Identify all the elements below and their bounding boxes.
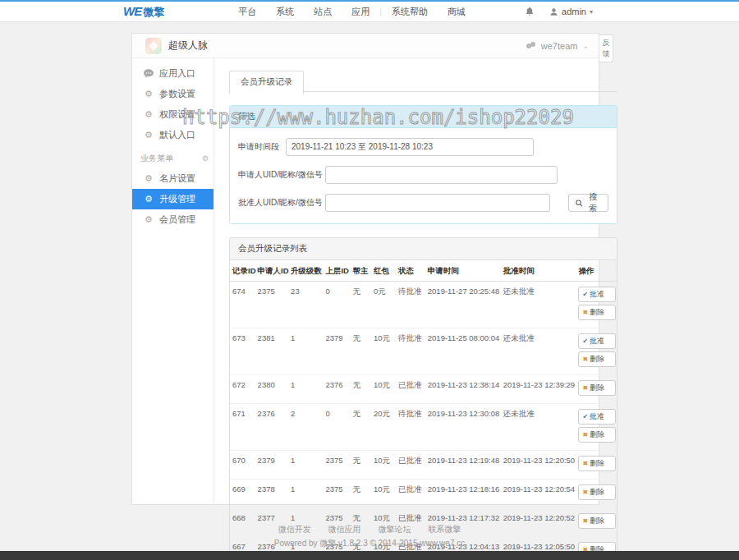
records-panel: 会员升级记录列表 记录ID 申请人ID 升级级数 上层ID 帮主 <box>229 237 617 560</box>
col-applicant-id: 申请人ID <box>255 260 289 282</box>
table-row: 6742375230无0元待批准2019-11-27 20:25:48还未批准✔… <box>230 282 617 328</box>
col-apply-time: 申请时间 <box>425 260 501 282</box>
team-icon <box>526 42 536 49</box>
nav-item-app[interactable]: 应用 <box>342 6 379 18</box>
user-menu[interactable]: admin ▾ <box>549 7 593 16</box>
feedback-tab[interactable]: 反 馈 <box>599 34 613 62</box>
footer-links: 微信开发 微信应用 微擎论坛 联系微擎 <box>0 524 739 535</box>
section-gear-icon[interactable]: ⚙ <box>202 154 209 163</box>
caret-down-icon: ▾ <box>590 8 593 16</box>
module-title: 超级人脉 <box>168 39 208 53</box>
sidebar-item-permissions[interactable]: ⚙ 权限设置 <box>132 104 213 125</box>
approver-input[interactable] <box>325 194 550 212</box>
approve-button[interactable]: ✔批准 <box>578 287 616 302</box>
sidebar-item-label: 参数设置 <box>159 88 195 100</box>
nav-item-system[interactable]: 系统 <box>266 6 304 18</box>
records-tbody: 6742375230无0元待批准2019-11-27 20:25:48还未批准✔… <box>230 282 617 560</box>
sidebar-item-card-settings[interactable]: ⚙ 名片设置 <box>132 168 213 189</box>
actions-cell: ✖删除 <box>576 451 617 480</box>
col-record-id: 记录ID <box>230 260 255 282</box>
footer-link-forum[interactable]: 微擎论坛 <box>378 525 411 534</box>
sidebar-item-label: 会员管理 <box>159 213 195 226</box>
records-table: 记录ID 申请人ID 升级级数 上层ID 帮主 红包 状态 申请时间 批准时间 … <box>230 260 617 560</box>
actions-cell: ✔批准✖删除 <box>576 282 617 328</box>
delete-icon: ✖ <box>582 310 588 316</box>
main-content: 会员升级记录 筛选 申请时间段 申请人UID/昵称/微信号 批准人UID/昵称/… <box>214 58 627 504</box>
table-row: 672238012376无10元已批准2019-11-23 12:38:1420… <box>230 375 617 404</box>
footer-link-contact[interactable]: 联系微擎 <box>428 525 461 534</box>
col-upgrade-levels: 升级级数 <box>288 260 323 282</box>
footer-link-wechat-dev[interactable]: 微信开发 <box>278 525 311 534</box>
nav-item-store[interactable]: 商城 <box>438 6 475 18</box>
comment-icon <box>144 69 154 78</box>
sidebar-item-label: 名片设置 <box>159 172 195 185</box>
sidebar-item-member-mgmt[interactable]: ⚙ 会员管理 <box>132 209 213 230</box>
actions-cell: ✖删除 <box>576 480 617 508</box>
check-icon: ✔ <box>582 338 588 345</box>
delete-icon: ✖ <box>582 461 588 467</box>
approver-label: 批准人UID/昵称/微信号 <box>238 197 322 209</box>
gear-icon: ⚙ <box>144 174 154 183</box>
sidebar-item-app-entry[interactable]: 应用入口 <box>132 63 213 84</box>
filter-row-applicant: 申请人UID/昵称/微信号 <box>238 166 608 184</box>
logo-mark: WE <box>123 4 141 18</box>
filter-panel-body: 申请时间段 申请人UID/昵称/微信号 批准人UID/昵称/微信号 <box>230 128 617 223</box>
col-approve-time: 批准时间 <box>501 260 576 282</box>
module-app-icon <box>145 38 162 54</box>
gear-icon: ⚙ <box>144 110 154 119</box>
module-body: 应用入口 ⚙ 参数设置 ⚙ 权限设置 ⚙ 默认入口 业务菜单 ⚙ ⚙ 名片设置 <box>132 58 599 504</box>
delete-button[interactable]: ✖删除 <box>578 456 616 471</box>
col-leader: 帮主 <box>350 260 370 282</box>
table-row: 670237912375无10元已批准2019-11-23 12:19:4820… <box>230 451 617 480</box>
bell-icon[interactable] <box>525 7 535 16</box>
filter-panel: 筛选 申请时间段 申请人UID/昵称/微信号 批准人UID/昵称/微信号 <box>229 105 617 224</box>
logo[interactable]: WE 微擎 <box>123 4 164 20</box>
sidebar-item-params[interactable]: ⚙ 参数设置 <box>132 84 213 104</box>
feedback-label-top: 反 <box>599 38 613 48</box>
delete-button[interactable]: ✖删除 <box>578 380 616 396</box>
sidebar-item-upgrade-mgmt[interactable]: ⚙ 升级管理 <box>132 189 213 209</box>
delete-button[interactable]: ✖删除 <box>578 427 616 443</box>
applicant-label: 申请人UID/昵称/微信号 <box>238 169 322 181</box>
nav-item-help[interactable]: 系统帮助 <box>382 6 438 18</box>
delete-button[interactable]: ✖删除 <box>578 484 616 500</box>
team-name: we7team <box>541 41 578 51</box>
sidebar-item-label: 升级管理 <box>159 193 195 205</box>
tab-bar: 会员升级记录 <box>229 70 617 92</box>
delete-icon: ✖ <box>582 489 588 496</box>
search-button-label: 搜索 <box>585 191 601 214</box>
col-status: 状态 <box>396 260 425 282</box>
filter-row-approver: 批准人UID/昵称/微信号 搜索 <box>238 194 608 212</box>
applicant-input[interactable] <box>325 166 558 184</box>
chevron-down-icon: ⌄ <box>582 42 589 50</box>
col-parent-id: 上层ID <box>323 260 350 282</box>
search-icon <box>576 200 583 207</box>
sidebar-section-label: 业务菜单 <box>140 153 173 164</box>
col-actions: 操作 <box>576 260 617 282</box>
time-range-input[interactable] <box>286 138 534 156</box>
delete-button[interactable]: ✖删除 <box>578 351 616 367</box>
delete-button[interactable]: ✖删除 <box>578 305 616 320</box>
records-panel-title: 会员升级记录列表 <box>230 238 617 260</box>
sidebar-item-default-entry[interactable]: ⚙ 默认入口 <box>132 125 213 145</box>
approve-button[interactable]: ✔批准 <box>578 333 616 349</box>
module-header: 超级人脉 we7team ⌄ <box>132 34 599 58</box>
col-redpacket: 红包 <box>371 260 396 282</box>
footer-link-wechat-app[interactable]: 微信应用 <box>328 525 361 534</box>
nav-item-platform[interactable]: 平台 <box>228 6 266 18</box>
team-selector[interactable]: we7team ⌄ <box>526 41 589 51</box>
page-footer: 微信开发 微信应用 微擎论坛 联系微擎 Powered by 微擎 v1.8.2… <box>0 524 739 549</box>
nav-item-site[interactable]: 站点 <box>304 6 342 18</box>
check-icon: ✔ <box>582 414 588 420</box>
filter-row-time: 申请时间段 <box>238 138 608 156</box>
table-row: 671237620无20元待批准2019-11-23 12:30:08还未批准✔… <box>230 404 617 451</box>
sidebar-item-label: 默认入口 <box>159 129 195 141</box>
search-button[interactable]: 搜索 <box>568 194 608 212</box>
table-row: 673238112379无10元待批准2019-11-25 08:00:04还未… <box>230 328 617 375</box>
approve-button[interactable]: ✔批准 <box>578 409 616 425</box>
table-row: 669237812375无10元已批准2019-11-23 12:18:1620… <box>230 480 617 508</box>
tab-upgrade-records[interactable]: 会员升级记录 <box>229 71 304 94</box>
gear-icon: ⚙ <box>144 215 154 224</box>
user-icon <box>549 7 558 16</box>
sidebar-section-business: 业务菜单 ⚙ <box>132 149 213 168</box>
